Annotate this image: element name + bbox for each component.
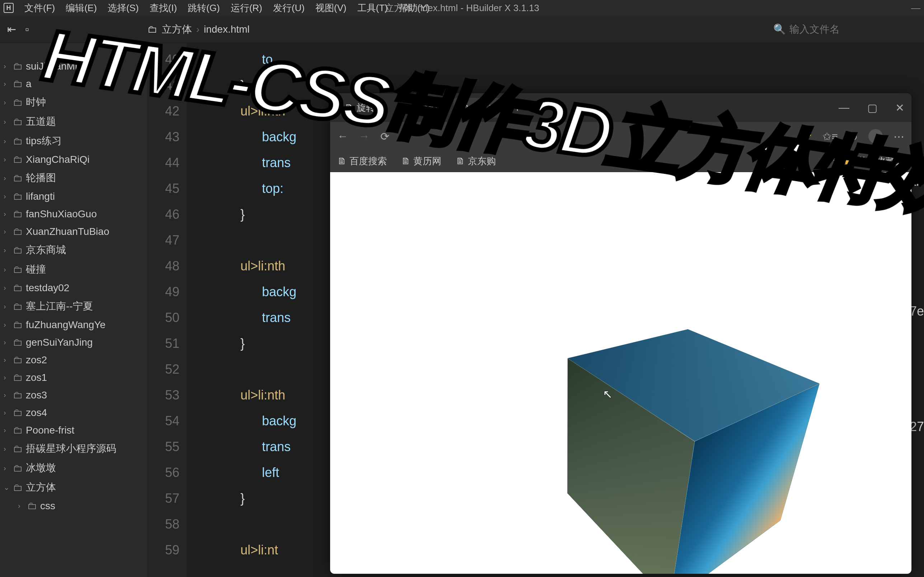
folder-icon: 🗀 [27,500,37,512]
menu-item[interactable]: 运行(R) [231,2,262,15]
tree-folder[interactable]: ›🗀塞上江南--宁夏 [0,297,147,316]
browser-window: 🗎旋转立🗎旋转立🗎旋✕ + — ▢ ✕ ← → ⟳ 🔍 ⭐ ✩≡ ⊕ ⋯ 🗎百度… [330,93,911,574]
browser-nav-bar: ← → ⟳ 🔍 ⭐ ✩≡ ⊕ ⋯ [330,122,911,151]
folder-icon: 🗀 [13,116,23,128]
browser-tab[interactable]: 🗎旋转立 [337,98,392,118]
close-icon[interactable]: ✕ [895,102,904,114]
favorite-star-icon[interactable]: ⭐ [798,130,812,143]
tree-folder[interactable]: ⌄🗀立方体 [0,478,147,497]
tree-folder[interactable]: ›🗀碰撞 [0,259,147,279]
browser-viewport[interactable]: ↖ [330,172,911,574]
tree-folder[interactable]: ›🗀css [0,497,147,514]
favorites-bar: 🗎百度搜索🗎黄历网🗎京东购 › | 其他收藏夹 [330,151,911,172]
chevron-right-icon: › [3,192,10,200]
tree-folder[interactable]: ›🗀XuanZhuanTuBiao [0,223,147,240]
collections-icon[interactable]: ⊕ [849,130,858,143]
other-favorites[interactable]: 其他收藏夹 [858,155,904,168]
tree-folder[interactable]: ›🗀zos3 [0,386,147,404]
window-title: 立方体/index.html - HBuilder X 3.1.13 [384,2,540,15]
file-search[interactable]: 🔍 [773,23,917,35]
tree-label: zos1 [26,372,47,384]
file-icon: 🗎 [461,102,470,113]
tree-label: XuanZhuanTuBiao [26,226,109,237]
minimize-button[interactable]: — [911,3,921,14]
tree-label: fanShuXiaoGuo [26,208,97,220]
tree-folder[interactable]: ›🗀zos4 [0,404,147,421]
menu-item[interactable]: 工具(T) [357,2,388,15]
profile-icon[interactable] [868,129,883,143]
zoom-icon[interactable]: 🔍 [774,130,788,143]
breadcrumb-part[interactable]: index.html [204,24,250,35]
menu-bar: H 文件(F)编辑(E)选择(S)查找(I)跳转(G)运行(R)发行(U)视图(… [0,0,924,16]
browser-tab[interactable]: 🗎旋转立 [396,98,450,118]
tree-label: genSuiYanJing [26,337,92,348]
folder-icon: 🗀 [13,282,23,294]
tree-folder[interactable]: ›🗀tips练习 [0,131,147,151]
chevron-right-icon: › [3,174,10,182]
tree-folder[interactable]: ›🗀Poone-frist [0,421,147,439]
tree-folder[interactable]: ›🗀fanShuXiaoGuo [0,205,147,223]
folder-icon: 🗀 [147,23,158,35]
tree-folder[interactable]: ›🗀时钟 [0,92,147,112]
favorite-link[interactable]: 🗎京东购 [456,155,496,168]
tree-label: a [26,78,32,90]
save-icon[interactable]: ▫ [25,23,29,35]
breadcrumb-part[interactable]: 立方体 [162,23,192,36]
tree-folder[interactable]: ›🗀轮播图 [0,168,147,187]
tree-folder[interactable]: ›🗀lifangti [0,187,147,205]
tree-label: 碰撞 [26,263,46,276]
tab-bar: ⇤ ▫ 🗀 立方体 › index.html 🔍 [0,16,924,43]
browser-tab[interactable]: 🗎旋✕ [454,98,503,118]
tree-folder[interactable]: ›🗀fuZhuangWangYe [0,316,147,334]
favorites-icon[interactable]: ✩≡ [822,130,838,143]
tree-label: zos4 [26,407,47,419]
folder-icon: 🗀 [13,244,23,256]
toggle-sidebar-icon[interactable]: ⇤ [7,23,16,35]
tree-folder[interactable]: ›🗀zos2 [0,351,147,369]
favorite-link[interactable]: 🗎百度搜索 [337,155,387,168]
menu-item[interactable]: 选择(S) [108,2,139,15]
tree-label: 立方体 [26,480,56,494]
menu-item[interactable]: 发行(U) [273,2,305,15]
minimize-icon[interactable]: — [838,102,850,114]
tree-folder[interactable]: ›🗀genSuiYanJing [0,334,147,351]
tree-folder[interactable]: ›🗀五道题 [0,112,147,131]
tab-label: 旋转立 [415,102,443,114]
new-tab-button[interactable]: + [514,101,521,115]
tree-folder[interactable]: ›🗀冰墩墩 [0,458,147,478]
menu-item[interactable]: 查找(I) [150,2,177,15]
browser-tabs: 🗎旋转立🗎旋转立🗎旋✕ + — ▢ ✕ [330,93,911,122]
tree-folder[interactable]: ›🗀捂碳星球小程序源码 [0,439,147,458]
tree-folder[interactable]: ›🗀zos1 [0,369,147,386]
maximize-icon[interactable]: ▢ [867,102,877,114]
chevron-right-icon: › [3,338,10,347]
chevron-right-icon[interactable]: › [833,156,836,167]
forward-button[interactable]: → [359,130,370,142]
menu-item[interactable]: 视图(V) [315,2,347,15]
folder-icon: 🗀 [13,389,23,401]
tree-folder[interactable]: ›🗀a [0,75,147,92]
folder-icon: 🗀 [13,78,23,90]
refresh-button[interactable]: ⟳ [380,130,389,143]
chevron-right-icon: › [3,302,10,311]
tree-folder[interactable]: ›🗀XiangChaRiQi [0,151,147,168]
favorite-link[interactable]: 🗎黄历网 [401,155,441,168]
folder-icon: 🗀 [13,208,23,220]
tree-folder[interactable]: ›🗀京东商城 [0,240,147,259]
tree-label: fuZhuangWangYe [26,319,105,330]
close-tab-icon[interactable]: ✕ [488,102,496,113]
tree-label: suiJiDianMing [26,61,88,72]
file-explorer[interactable]: ›🗀suiJiDianMing›🗀a›🗀时钟›🗀五道题›🗀tips练习›🗀Xia… [0,43,147,577]
breadcrumb[interactable]: 🗀 立方体 › index.html [147,23,250,36]
menu-dots-icon[interactable]: ⋯ [893,130,904,143]
chevron-right-icon: › [3,356,10,364]
line-gutter: 4041424344454647484950515253545556575859 [147,43,187,577]
menu-item[interactable]: 跳转(G) [188,2,220,15]
tree-folder[interactable]: ›🗀suiJiDianMing [0,57,147,75]
tree-folder[interactable]: ›🗀testday02 [0,279,147,297]
menu-item[interactable]: 文件(F) [24,2,55,15]
code-content[interactable]: to}ul>li:nthbackgtranstop:}ul>li:nthback… [187,43,296,577]
back-button[interactable]: ← [337,130,348,142]
menu-item[interactable]: 编辑(E) [66,2,97,15]
search-input[interactable] [790,24,918,35]
